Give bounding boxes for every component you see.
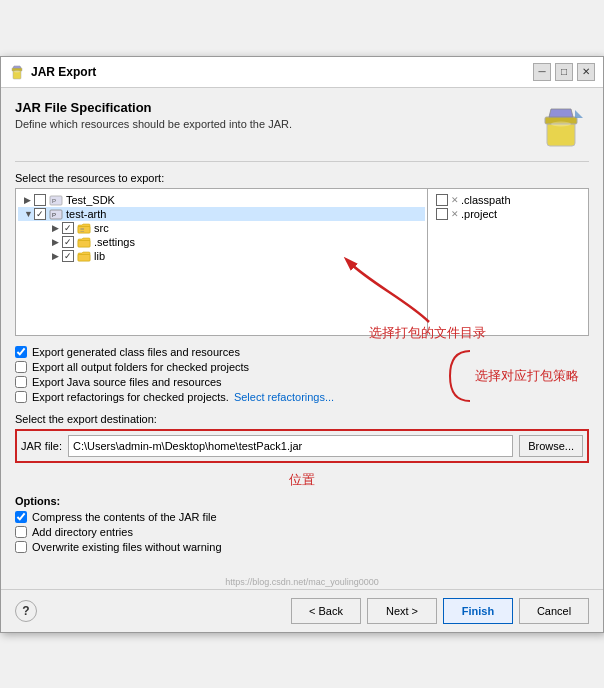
folder-icon-lib — [77, 250, 91, 262]
jar-image — [539, 104, 583, 148]
expand-arrow-lib: ▶ — [52, 251, 60, 261]
jar-checkbox-2[interactable] — [15, 526, 27, 538]
checkbox-classpath[interactable] — [436, 194, 448, 206]
title-text: JAR Export — [31, 65, 96, 79]
svg-marker-6 — [575, 110, 583, 118]
jar-option-label-3: Overwrite existing files without warning — [32, 541, 222, 553]
page-description: Define which resources should be exporte… — [15, 118, 292, 130]
checkbox-test-sdk[interactable] — [34, 194, 46, 206]
tree-left[interactable]: ▶ P Test_SDK ▼ P — [16, 189, 428, 335]
jar-option-3: Overwrite existing files without warning — [15, 541, 589, 553]
expand-arrow-test-arth: ▼ — [24, 209, 32, 219]
export-option-3: Export Java source files and resources — [15, 376, 589, 388]
tree-label-test-sdk: Test_SDK — [66, 194, 115, 206]
jar-decoration — [539, 104, 583, 151]
tree-label-classpath: .classpath — [461, 194, 511, 206]
bottom-right: < Back Next > Finish Cancel — [291, 598, 589, 624]
folder-icon-src: ☰ — [77, 222, 91, 234]
minimize-button[interactable]: ─ — [533, 63, 551, 81]
header-text: JAR File Specification Define which reso… — [15, 100, 292, 140]
destination-row: JAR file: Browse... — [15, 429, 589, 463]
x-icon-classpath: ✕ — [451, 195, 459, 205]
project-icon-test-arth: P — [49, 208, 63, 220]
title-bar-left: JAR Export — [9, 64, 96, 80]
tree-item-settings[interactable]: ▶ .settings — [18, 235, 425, 249]
svg-point-5 — [551, 121, 571, 126]
checkbox-src[interactable] — [62, 222, 74, 234]
svg-point-2 — [14, 70, 20, 72]
checkbox-test-arth[interactable] — [34, 208, 46, 220]
svg-rect-13 — [78, 240, 90, 247]
tree-container: ▶ P Test_SDK ▼ P — [15, 188, 589, 336]
destination-section: Select the export destination: JAR file:… — [15, 413, 589, 463]
export-options: Export generated class files and resourc… — [15, 346, 589, 403]
svg-text:P: P — [52, 198, 56, 204]
jar-option-2: Add directory entries — [15, 526, 589, 538]
page-title: JAR File Specification — [15, 100, 292, 115]
annotation-position: 位置 — [289, 472, 315, 487]
export-checkbox-3[interactable] — [15, 376, 27, 388]
svg-rect-14 — [78, 254, 90, 261]
jar-export-window: JAR Export ─ □ ✕ JAR File Specification … — [0, 56, 604, 633]
expand-arrow-settings: ▶ — [52, 237, 60, 247]
close-button[interactable]: ✕ — [577, 63, 595, 81]
checkbox-settings[interactable] — [62, 236, 74, 248]
checkbox-project[interactable] — [436, 208, 448, 220]
position-annotation-area: 位置 — [15, 471, 589, 489]
export-options-area: Export generated class files and resourc… — [15, 346, 589, 403]
cancel-button[interactable]: Cancel — [519, 598, 589, 624]
maximize-button[interactable]: □ — [555, 63, 573, 81]
next-button[interactable]: Next > — [367, 598, 437, 624]
jar-checkbox-1[interactable] — [15, 511, 27, 523]
project-icon-test-sdk: P — [49, 194, 63, 206]
jar-options-section: Options: Compress the contents of the JA… — [15, 495, 589, 553]
export-checkbox-2[interactable] — [15, 361, 27, 373]
header-area: JAR File Specification Define which reso… — [15, 100, 589, 162]
export-option-2: Export all output folders for checked pr… — [15, 361, 589, 373]
watermark: https://blog.csdn.net/mac_youling0000 — [1, 575, 603, 589]
jar-file-input[interactable] — [68, 435, 513, 457]
browse-button[interactable]: Browse... — [519, 435, 583, 457]
tree-item-src[interactable]: ▶ ☰ src — [18, 221, 425, 235]
bottom-left: ? — [15, 600, 37, 622]
select-refactorings-link[interactable]: Select refactorings... — [234, 391, 334, 403]
finish-button[interactable]: Finish — [443, 598, 513, 624]
title-bar-controls: ─ □ ✕ — [533, 63, 595, 81]
expand-arrow-src: ▶ — [52, 223, 60, 233]
title-bar: JAR Export ─ □ ✕ — [1, 57, 603, 88]
tree-right[interactable]: ✕ .classpath ✕ .project — [428, 189, 588, 335]
export-option-label-2: Export all output folders for checked pr… — [32, 361, 249, 373]
tree-item-project[interactable]: ✕ .project — [434, 207, 582, 221]
tree-label-project: .project — [461, 208, 497, 220]
export-option-label-4: Export refactorings for checked projects… — [32, 391, 229, 403]
export-checkbox-1[interactable] — [15, 346, 27, 358]
jar-option-1: Compress the contents of the JAR file — [15, 511, 589, 523]
expand-arrow-test-sdk: ▶ — [24, 195, 32, 205]
back-button[interactable]: < Back — [291, 598, 361, 624]
jar-checkbox-3[interactable] — [15, 541, 27, 553]
tree-label-src: src — [94, 222, 109, 234]
export-option-label-1: Export generated class files and resourc… — [32, 346, 240, 358]
tree-item-test-arth[interactable]: ▼ P test-arth — [18, 207, 425, 221]
jar-option-label-2: Add directory entries — [32, 526, 133, 538]
tree-label-settings: .settings — [94, 236, 135, 248]
export-option-1: Export generated class files and resourc… — [15, 346, 589, 358]
tree-item-test-sdk[interactable]: ▶ P Test_SDK — [18, 193, 425, 207]
folder-icon-settings — [77, 236, 91, 248]
export-option-label-3: Export Java source files and resources — [32, 376, 222, 388]
x-icon-project: ✕ — [451, 209, 459, 219]
jar-options-label: Options: — [15, 495, 589, 507]
help-button[interactable]: ? — [15, 600, 37, 622]
tree-item-lib[interactable]: ▶ lib — [18, 249, 425, 263]
tree-item-classpath[interactable]: ✕ .classpath — [434, 193, 582, 207]
export-option-4: Export refactorings for checked projects… — [15, 391, 589, 403]
destination-label: Select the export destination: — [15, 413, 589, 425]
export-checkbox-4[interactable] — [15, 391, 27, 403]
checkbox-lib[interactable] — [62, 250, 74, 262]
jar-icon — [9, 64, 25, 80]
main-content: JAR File Specification Define which reso… — [1, 88, 603, 575]
jar-file-label: JAR file: — [21, 440, 62, 452]
tree-label-lib: lib — [94, 250, 105, 262]
tree-label: Select the resources to export: — [15, 172, 589, 184]
bottom-bar: ? < Back Next > Finish Cancel — [1, 589, 603, 632]
